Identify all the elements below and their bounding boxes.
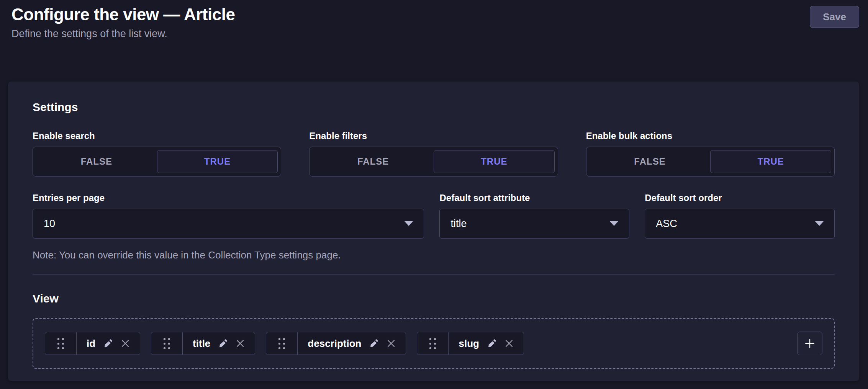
default-sort-attribute-value: title <box>450 218 467 230</box>
select-fields-row: Entries per page 10 Note: You can overri… <box>33 193 835 261</box>
save-button[interactable]: Save <box>810 6 859 28</box>
enable-filters-toggle[interactable]: FALSE TRUE <box>309 147 558 177</box>
remove-field-button[interactable] <box>504 339 514 348</box>
default-sort-order-select[interactable]: ASC <box>645 209 835 239</box>
enable-search-toggle[interactable]: FALSE TRUE <box>33 147 281 177</box>
field-enable-filters: Enable filters FALSE TRUE <box>309 131 558 177</box>
entries-per-page-select[interactable]: 10 <box>33 209 424 239</box>
edit-field-button[interactable] <box>487 338 497 348</box>
chip-label: id <box>87 338 95 350</box>
field-default-sort-order: Default sort order ASC <box>645 193 835 261</box>
entries-per-page-value: 10 <box>44 218 55 230</box>
pencil-icon <box>218 338 228 348</box>
enable-filters-label: Enable filters <box>309 131 558 141</box>
view-heading: View <box>33 292 835 305</box>
chip-label: description <box>308 338 361 350</box>
chip-body: id <box>77 332 140 355</box>
drag-handle-icon[interactable] <box>266 332 298 355</box>
entries-per-page-note: Note: You can override this value in the… <box>33 249 424 261</box>
drag-dots-icon <box>429 338 436 349</box>
caret-down-icon <box>610 221 618 226</box>
edit-field-button[interactable] <box>103 338 113 348</box>
enable-bulk-actions-toggle[interactable]: FALSE TRUE <box>586 147 835 177</box>
field-enable-bulk-actions: Enable bulk actions FALSE TRUE <box>586 131 835 177</box>
pencil-icon <box>369 338 379 348</box>
page-title: Configure the view — Article <box>11 5 235 25</box>
remove-field-button[interactable] <box>236 339 245 348</box>
field-default-sort-attribute: Default sort attribute title <box>439 193 629 261</box>
add-field-button[interactable] <box>797 332 822 355</box>
plus-icon <box>804 337 816 350</box>
remove-field-button[interactable] <box>387 339 396 348</box>
field-chip-slug[interactable]: slug <box>417 332 524 355</box>
pencil-icon <box>487 338 497 348</box>
enable-filters-true-option[interactable]: TRUE <box>434 150 555 173</box>
toggle-fields-row: Enable search FALSE TRUE Enable filters … <box>33 131 835 177</box>
enable-bulk-actions-true-option[interactable]: TRUE <box>710 150 831 173</box>
drag-handle-icon[interactable] <box>417 332 449 355</box>
field-chip-description[interactable]: description <box>266 332 406 355</box>
chip-body: slug <box>449 332 523 355</box>
settings-card: Settings Enable search FALSE TRUE Enable… <box>8 82 859 381</box>
close-icon <box>387 339 396 348</box>
view-fields-drop-zone: id title <box>33 318 835 369</box>
chip-body: title <box>183 332 255 355</box>
caret-down-icon <box>405 221 413 226</box>
enable-search-false-option[interactable]: FALSE <box>36 150 157 173</box>
page-subtitle: Define the settings of the list view. <box>11 28 235 40</box>
close-icon <box>121 339 130 348</box>
header-titles: Configure the view — Article Define the … <box>11 5 235 40</box>
drag-dots-icon <box>57 338 64 349</box>
enable-bulk-actions-false-option[interactable]: FALSE <box>590 150 711 173</box>
enable-filters-false-option[interactable]: FALSE <box>313 150 434 173</box>
edit-field-button[interactable] <box>369 338 379 348</box>
section-divider <box>33 274 835 275</box>
drag-dots-icon <box>278 338 285 349</box>
close-icon <box>236 339 245 348</box>
default-sort-attribute-select[interactable]: title <box>439 209 629 239</box>
field-chip-id[interactable]: id <box>45 332 140 355</box>
field-entries-per-page: Entries per page 10 Note: You can overri… <box>33 193 424 261</box>
field-chips: id title <box>45 332 524 355</box>
entries-per-page-label: Entries per page <box>33 193 424 203</box>
page-header: Configure the view — Article Define the … <box>0 0 868 40</box>
settings-heading: Settings <box>33 101 835 114</box>
enable-search-true-option[interactable]: TRUE <box>157 150 278 173</box>
drag-dots-icon <box>164 338 170 349</box>
chip-label: slug <box>459 338 479 350</box>
close-icon <box>504 339 514 348</box>
edit-field-button[interactable] <box>218 338 228 348</box>
default-sort-order-value: ASC <box>656 218 677 230</box>
caret-down-icon <box>815 221 824 226</box>
field-enable-search: Enable search FALSE TRUE <box>33 131 281 177</box>
field-chip-title[interactable]: title <box>151 332 255 355</box>
pencil-icon <box>103 338 113 348</box>
chip-body: description <box>298 332 406 355</box>
remove-field-button[interactable] <box>121 339 130 348</box>
default-sort-attribute-label: Default sort attribute <box>439 193 629 203</box>
enable-bulk-actions-label: Enable bulk actions <box>586 131 835 141</box>
configure-view-page: Configure the view — Article Define the … <box>0 0 868 389</box>
drag-handle-icon[interactable] <box>151 332 183 355</box>
chip-label: title <box>193 338 210 350</box>
enable-search-label: Enable search <box>33 131 281 141</box>
drag-handle-icon[interactable] <box>45 332 77 355</box>
default-sort-order-label: Default sort order <box>645 193 835 203</box>
